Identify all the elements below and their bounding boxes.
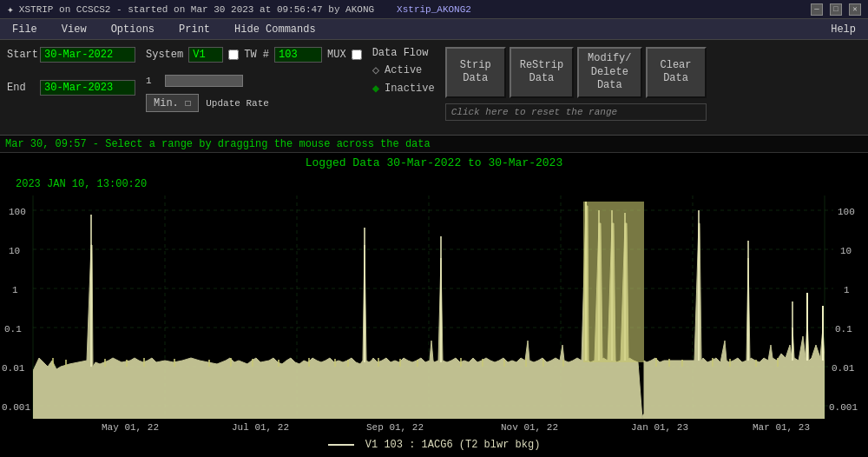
svg-rect-23: [655, 358, 657, 367]
y-label-1-left: 1: [12, 285, 18, 295]
svg-rect-16: [417, 360, 418, 367]
min-button[interactable]: Min. ☐: [146, 94, 199, 112]
menu-hide-commands[interactable]: Hide Commands: [222, 22, 328, 37]
y-label-100-right: 100: [838, 207, 855, 217]
clear-data-button[interactable]: ClearData: [646, 47, 707, 98]
legend-line-icon: [328, 444, 354, 446]
x-label-nov: Nov 01, 22: [501, 422, 558, 433]
start-row: Start: [7, 47, 135, 63]
svg-rect-20: [525, 358, 527, 367]
svg-rect-5: [143, 358, 145, 367]
y-label-001-right: 0.01: [832, 363, 855, 374]
svg-rect-27: [729, 359, 731, 367]
svg-rect-8: [230, 358, 232, 367]
svg-rect-28: [755, 360, 757, 367]
statusbar: Mar 30, 09:57 - Select a range by draggi…: [0, 136, 868, 153]
maximize-button[interactable]: □: [830, 3, 842, 16]
inactive-row: ◆ Inactive: [372, 81, 435, 96]
chart-area[interactable]: Logged Data 30-Mar-2022 to 30-Mar-2023 2…: [0, 153, 868, 454]
svg-rect-9: [252, 359, 253, 367]
y-label-1-right: 1: [844, 285, 850, 295]
update-area: 1 Min. ☐ Update Rate: [146, 70, 362, 112]
strip-data-button[interactable]: StripData: [445, 47, 506, 98]
svg-rect-10: [278, 360, 279, 367]
titlebar: ✦ XSTRIP on CCSCS2 - started on Mar 30 2…: [0, 0, 868, 19]
start-label: Start: [7, 49, 35, 61]
end-row: End: [7, 80, 135, 96]
inactive-label: Inactive: [385, 83, 435, 95]
svg-rect-29: [777, 358, 779, 367]
y-label-10-right: 10: [840, 246, 852, 256]
system-controls: System TW # MUX 1 Min. ☐ Update Rate: [146, 43, 362, 112]
svg-rect-3: [104, 359, 106, 367]
x-label-jul: Jul 01, 22: [232, 422, 289, 433]
mux-checkbox[interactable]: [352, 50, 362, 60]
active-label: Active: [385, 64, 422, 76]
chart-timestamp: 2023 JAN 10, 13:00:20: [16, 178, 147, 190]
y-label-0001-right: 0.001: [829, 402, 858, 413]
status-text: Mar 30, 09:57 - Select a range by draggi…: [5, 138, 431, 150]
menu-file[interactable]: File: [0, 22, 49, 37]
svg-rect-26: [712, 358, 713, 367]
chart-title: Logged Data 30-Mar-2022 to 30-Mar-2023: [0, 153, 868, 171]
chart-svg[interactable]: 2023 JAN 10, 13:00:20 100 10 1 0.1 0.01 …: [0, 171, 868, 436]
date-controls: Start End: [7, 43, 135, 96]
system-input[interactable]: [188, 47, 223, 63]
menu-print[interactable]: Print: [167, 22, 222, 37]
svg-rect-24: [668, 359, 670, 367]
minimize-button[interactable]: ─: [811, 3, 823, 16]
chart-data-fill: [33, 206, 833, 419]
legend-text: V1 103 : 1ACG6 (T2 blwr bkg): [365, 439, 541, 451]
x-label-may: May 01, 22: [102, 422, 159, 433]
update-label: Update Rate: [206, 98, 269, 109]
tw-input[interactable]: [274, 47, 322, 63]
active-row: ◇ Active: [372, 63, 435, 77]
inactive-diamond-icon: ◆: [372, 81, 379, 96]
svg-rect-25: [681, 360, 683, 367]
y-label-0001-left: 0.001: [2, 402, 30, 413]
data-flow: Data Flow ◇ Active ◆ Inactive: [372, 43, 435, 96]
svg-rect-15: [399, 359, 401, 367]
y-label-01-right: 0.1: [835, 324, 852, 334]
menu-view[interactable]: View: [49, 22, 99, 37]
svg-rect-6: [174, 359, 175, 367]
menubar: File View Options Print Hide Commands He…: [0, 19, 868, 40]
chart-data-group[interactable]: [33, 202, 833, 419]
title-text: XSTRIP on CCSCS2 - started on Mar 30 202…: [19, 4, 374, 15]
data-flow-title: Data Flow: [372, 47, 435, 59]
y-label-100-left: 100: [9, 207, 26, 217]
action-buttons: StripData ReStripData Modify/DeleteData …: [445, 43, 707, 98]
system-row: System TW # MUX: [146, 47, 362, 63]
update-bar: [165, 75, 243, 87]
chart-legend: V1 103 : 1ACG6 (T2 blwr bkg): [0, 436, 868, 454]
tw-label: TW #: [244, 49, 269, 61]
svg-rect-14: [378, 358, 379, 367]
x-label-sep: Sep 01, 22: [366, 422, 424, 433]
close-button[interactable]: ✕: [849, 3, 861, 16]
modify-delete-button[interactable]: Modify/DeleteData: [577, 47, 641, 98]
jan-spike-block: [583, 202, 644, 362]
click-hint[interactable]: Click here to reset the range: [451, 107, 617, 117]
end-label: End: [7, 82, 35, 94]
mux-label: MUX: [327, 49, 346, 61]
svg-rect-4: [126, 360, 128, 367]
system-label: System: [146, 49, 183, 61]
menu-options[interactable]: Options: [99, 22, 167, 37]
svg-rect-1: [52, 358, 54, 367]
svg-rect-7: [208, 360, 210, 367]
menu-help[interactable]: Help: [819, 22, 868, 37]
svg-rect-11: [308, 358, 310, 367]
svg-rect-19: [503, 360, 505, 367]
end-date-input[interactable]: [40, 80, 135, 96]
restrip-data-button[interactable]: ReStripData: [510, 47, 574, 98]
active-diamond-icon: ◇: [372, 63, 379, 77]
system-checkbox[interactable]: [228, 50, 239, 60]
svg-rect-17: [460, 358, 462, 367]
svg-rect-21: [542, 359, 544, 367]
y-label-10-left: 10: [9, 246, 20, 256]
y-label-01-left: 0.1: [4, 324, 22, 334]
y-label-001-left: 0.01: [2, 363, 25, 374]
start-date-input[interactable]: [40, 47, 135, 63]
app-icon: ✦: [7, 3, 14, 17]
svg-rect-22: [562, 360, 564, 367]
